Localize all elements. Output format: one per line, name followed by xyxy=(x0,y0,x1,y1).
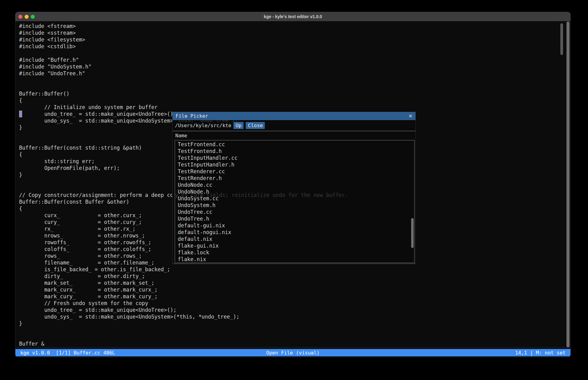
file-list-item[interactable]: TestFrontend.h xyxy=(175,148,414,155)
code-line: // Initialize undo system per buffer xyxy=(19,104,570,111)
code-line: mark_cury_ = other.mark_cury_; xyxy=(19,293,570,300)
dialog-close-icon[interactable]: ✕ xyxy=(408,113,412,119)
code-line: #include <cstdlib> xyxy=(19,43,570,50)
code-line: undo_tree_ = std::make_unique<UndoTree>(… xyxy=(19,307,570,313)
code-line: #include <sstream> xyxy=(19,29,570,36)
file-picker-titlebar[interactable]: File Picker ✕ xyxy=(173,112,415,120)
code-line: // Fresh undo system for the copy xyxy=(19,300,570,307)
code-line xyxy=(19,50,570,57)
window-titlebar[interactable]: kge - kyle's text editor v1.0.0 xyxy=(15,12,570,21)
code-line: mark_curx_ = other.mark_curx_; xyxy=(19,286,570,293)
code-line: is_file_backed_ = other.is_file_backed_; xyxy=(19,266,570,273)
code-line: #include <fstream> xyxy=(19,23,570,29)
code-line xyxy=(19,77,570,84)
file-list-item[interactable]: flake-gui.nix xyxy=(175,242,414,249)
file-list-item[interactable]: UndoTree.h xyxy=(175,215,414,222)
file-list-item[interactable]: TestFrontend.cc xyxy=(175,141,414,148)
code-line: mark_set_ = other.mark_set_; xyxy=(19,280,570,286)
code-line: dirty_ = other.dirty_; xyxy=(19,273,570,280)
file-list-item[interactable]: default-gui.nix xyxy=(175,222,414,229)
file-list-item[interactable]: UndoNode.h xyxy=(175,188,414,195)
code-line: Buffer & xyxy=(19,340,570,347)
file-list-items: TestFrontend.ccTestFrontend.hTestInputHa… xyxy=(175,141,414,263)
code-line: undo_sys_ = std::make_unique<UndoSystem>… xyxy=(19,313,570,320)
file-list-item[interactable]: default-nogui.nix xyxy=(175,229,414,236)
file-list-item[interactable]: UndoSystem.cc xyxy=(175,195,414,202)
file-picker-title: File Picker xyxy=(176,112,208,120)
code-line: Buffer::Buffer() xyxy=(19,90,570,97)
file-list-item[interactable]: TestInputHandler.h xyxy=(175,161,414,168)
file-list: TestFrontend.ccTestFrontend.hTestInputHa… xyxy=(175,140,415,263)
status-right: 14,1 | M: not set xyxy=(515,350,566,356)
file-list-item[interactable]: flake.lock xyxy=(175,249,414,256)
window-title: kge - kyle's text editor v1.0.0 xyxy=(15,14,570,19)
close-button[interactable]: Close xyxy=(246,122,265,129)
traffic-lights xyxy=(18,15,35,19)
file-list-item[interactable]: UndoNode.cc xyxy=(175,182,414,188)
code-line: #include "UndoSystem.h" xyxy=(19,63,570,70)
file-list-item[interactable]: TestRenderer.cc xyxy=(175,168,414,175)
name-column-header: Name xyxy=(173,131,415,140)
code-line: #include "UndoTree.h" xyxy=(19,70,570,77)
editor-window: kge - kyle's text editor v1.0.0 #include… xyxy=(15,12,571,358)
file-list-item[interactable]: TestInputHandler.cc xyxy=(175,155,414,161)
file-list-item[interactable]: flake.nix xyxy=(175,256,414,263)
file-picker-dialog: *this, *undo_tree_); y of core fields; r… xyxy=(172,112,416,264)
code-line: #include "Buffer.h" xyxy=(19,57,570,63)
status-left: kge v1.0.0 [1/1] Buffer.cc 486L xyxy=(20,350,115,356)
file-list-scrollbar-thumb[interactable] xyxy=(411,218,414,248)
close-window-button[interactable] xyxy=(18,15,22,19)
minimize-window-button[interactable] xyxy=(25,15,29,19)
file-list-item[interactable]: default.nix xyxy=(175,236,414,242)
up-button[interactable]: Up xyxy=(233,122,244,129)
desktop: kge - kyle's text editor v1.0.0 #include… xyxy=(0,0,588,380)
text-cursor xyxy=(19,111,22,117)
status-bar: Open File (visual) kge v1.0.0 [1/1] Buff… xyxy=(15,349,570,356)
code-line xyxy=(19,334,570,340)
editor-scrollbar-thumb[interactable] xyxy=(560,23,563,55)
code-line xyxy=(19,84,570,90)
file-list-item[interactable]: TestRenderer.h xyxy=(175,175,414,182)
file-list-item[interactable]: UndoTree.cc xyxy=(175,209,414,215)
zoom-window-button[interactable] xyxy=(31,15,35,19)
code-line: } xyxy=(19,320,570,327)
code-line: #include <filesystem> xyxy=(19,36,570,43)
code-line xyxy=(19,327,570,334)
window-scrollbar-track[interactable] xyxy=(566,22,570,347)
file-picker-path-row: /Users/kyle/src/kte Up Close xyxy=(173,120,415,131)
code-line: { xyxy=(19,97,570,104)
file-list-item[interactable]: UndoSystem.h xyxy=(175,202,414,209)
current-directory-path: /Users/kyle/src/kte xyxy=(175,123,231,128)
